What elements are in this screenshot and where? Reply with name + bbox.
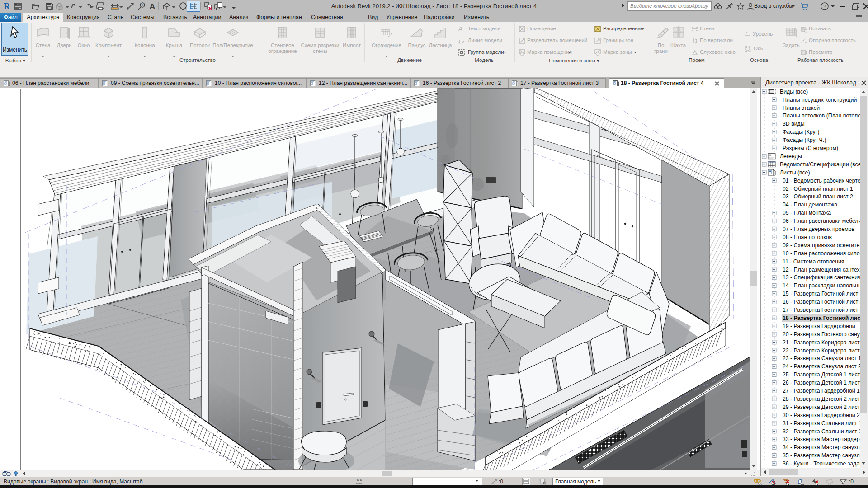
svg-text:03 - Обмерный план лист 2: 03 - Обмерный план лист 2 [783, 193, 853, 200]
svg-text:Листы (все): Листы (все) [780, 169, 810, 176]
svg-text:Разрезы (С номером): Разрезы (С номером) [783, 145, 838, 151]
svg-text:28 - Развертка Детской 2 лист: 28 - Развертка Детской 2 лист 1 [783, 396, 865, 402]
svg-text:10 - План расположения силов: 10 - План расположения силов [783, 250, 863, 257]
svg-text:36 - Кухня - Техническое задан: 36 - Кухня - Техническое задани [783, 460, 866, 467]
svg-text:25 - Развертка Детской 1 лист: 25 - Развертка Детской 1 лист 1 [783, 371, 865, 378]
svg-text:29 - Развертка Детской 2 лист: 29 - Развертка Детской 2 лист 2 [783, 404, 865, 410]
svg-text:Виды (все): Виды (все) [780, 89, 808, 95]
svg-text:19 - Развертка Гардеробной: 19 - Развертка Гардеробной [783, 323, 855, 329]
svg-text:06 - План расстановки мебели: 06 - План расстановки мебели [783, 218, 861, 224]
svg-text:22 - Развертка Коридора лист 2: 22 - Развертка Коридора лист 2 [783, 347, 864, 354]
svg-text:3D виды: 3D виды [783, 121, 805, 127]
svg-text:27 - Развертка Гардеробной 1: 27 - Развертка Гардеробной 1 [783, 388, 860, 394]
svg-text:Планы этажей: Планы этажей [783, 105, 820, 111]
svg-text:04 - План демонтажа: 04 - План демонтажа [783, 202, 837, 208]
svg-text:15 - Развертка Гостиной лист 1: 15 - Развертка Гостиной лист 1 [783, 291, 863, 297]
svg-text:17 - Развертка Гостиной лист 3: 17 - Развертка Гостиной лист 3 [783, 307, 863, 313]
svg-text:Фасады (Круг): Фасады (Круг) [783, 129, 819, 135]
svg-text:30 - Развертка Гардеробной 2: 30 - Развертка Гардеробной 2 [783, 412, 860, 418]
svg-text:14 - План раскладки напольных: 14 - План раскладки напольных [783, 282, 865, 289]
svg-text:01 - Ведомость рабочих чертеж: 01 - Ведомость рабочих чертеж [783, 178, 864, 184]
svg-text:Фасады (Круг Ч.): Фасады (Круг Ч.) [783, 137, 826, 143]
svg-text:31 - Развертка Спальни лист 1: 31 - Развертка Спальни лист 1 [783, 420, 862, 427]
svg-text:05 - План монтажа: 05 - План монтажа [783, 210, 831, 216]
svg-text:21 - Развертка Коридора лист 1: 21 - Развертка Коридора лист 1 [783, 339, 864, 346]
svg-text:08 - План потолков: 08 - План потолков [783, 234, 832, 240]
svg-text:12 - План размещения сантехни: 12 - План размещения сантехни [783, 267, 866, 273]
svg-text:24 - Развертка Санузла лист 2: 24 - Развертка Санузла лист 2 [783, 363, 861, 370]
svg-text:32 - Развертка Спальни лист 2: 32 - Развертка Спальни лист 2 [783, 428, 862, 435]
svg-text:A: A [458, 25, 462, 33]
svg-text:Планы несущих конструкций: Планы несущих конструкций [783, 97, 857, 103]
svg-text:?: ? [823, 4, 826, 9]
svg-text:33 - Развертка Мастер гардероб: 33 - Развертка Мастер гардероб [783, 436, 866, 442]
svg-text:Ведомости/Спецификации (все): Ведомости/Спецификации (все) [780, 161, 863, 168]
svg-text:09 - Схема привязки осветитель: 09 - Схема привязки осветитель [783, 242, 866, 249]
svg-text:34 - Развертка Мастер санузла: 34 - Развертка Мастер санузла л [783, 444, 868, 450]
svg-text:Легенды: Легенды [780, 153, 802, 160]
svg-text:26 - Развертка Детской 1 лист: 26 - Развертка Детской 1 лист 2 [783, 380, 865, 386]
svg-text:Планы потолков (План потолоч: Планы потолков (План потолоч [783, 113, 863, 119]
svg-text:13 - Спецификация сантехничес: 13 - Спецификация сантехничес [783, 274, 866, 281]
svg-text:35 - Развертка Мастер санузла: 35 - Развертка Мастер санузла л [783, 452, 868, 459]
svg-text:16 - Развертка Гостиной лист 2: 16 - Развертка Гостиной лист 2 [783, 299, 863, 305]
svg-text:23 - Развертка Санузла лист 1: 23 - Развертка Санузла лист 1 [783, 355, 861, 361]
svg-text:11 - Система отопления: 11 - Система отопления [783, 258, 844, 265]
svg-text:18 - Развертка Гостиной лист 4: 18 - Развертка Гостиной лист 4 [783, 315, 868, 321]
svg-text:07 - План дверных проемов: 07 - План дверных проемов [783, 226, 854, 232]
svg-text:20 - Развертка Гостевого сануз: 20 - Развертка Гостевого санузл [783, 331, 866, 338]
svg-text:02 - Обмерный план лист 1: 02 - Обмерный план лист 1 [783, 186, 853, 192]
